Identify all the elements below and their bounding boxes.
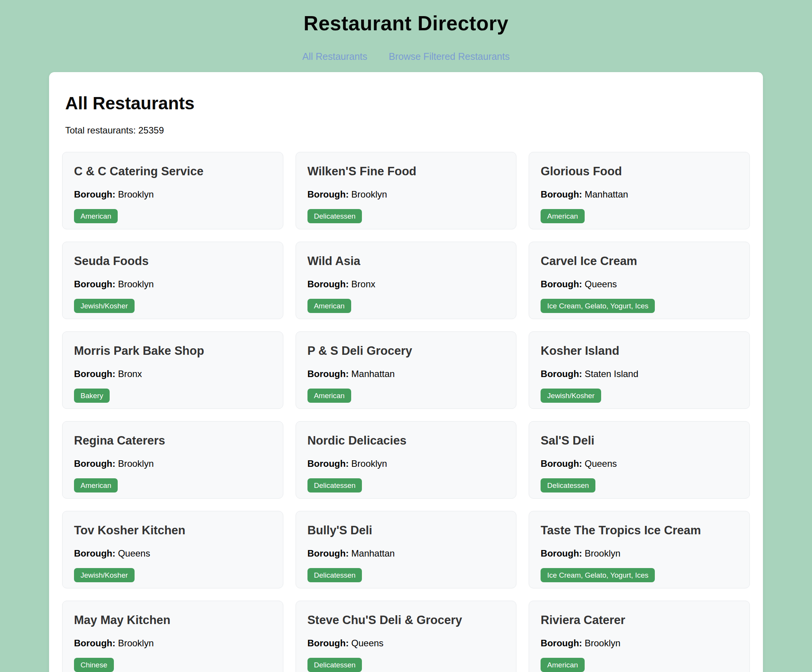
cuisine-badge: American — [307, 388, 351, 403]
borough-value: Queens — [351, 638, 384, 648]
borough-line: Borough: Brooklyn — [541, 548, 738, 559]
borough-value: Bronx — [118, 369, 142, 379]
restaurant-name: Seuda Foods — [74, 254, 271, 268]
cuisine-badge: Ice Cream, Gelato, Yogurt, Ices — [541, 299, 655, 313]
restaurant-name: Carvel Ice Cream — [541, 254, 738, 268]
total-count: Total restaurants: 25359 — [65, 125, 750, 136]
cuisine-badge: Delicatessen — [307, 658, 362, 672]
borough-line: Borough: Brooklyn — [74, 458, 271, 469]
page-title: Restaurant Directory — [0, 12, 812, 35]
restaurant-card: May May Kitchen Borough: Brooklyn Chines… — [62, 601, 283, 672]
restaurant-card: Bully'S Deli Borough: Manhattan Delicate… — [295, 511, 517, 588]
borough-line: Borough: Manhattan — [307, 369, 505, 380]
borough-value: Manhattan — [351, 548, 394, 559]
borough-value: Brooklyn — [118, 458, 154, 469]
restaurant-card: Steve Chu'S Deli & Grocery Borough: Quee… — [295, 601, 517, 672]
borough-line: Borough: Brooklyn — [74, 279, 271, 290]
borough-line: Borough: Staten Island — [541, 369, 738, 380]
restaurant-name: Steve Chu'S Deli & Grocery — [307, 613, 505, 627]
restaurant-name: C & C Catering Service — [74, 164, 271, 178]
restaurant-name: Taste The Tropics Ice Cream — [541, 523, 738, 537]
borough-label: Borough: — [541, 638, 582, 648]
borough-value: Brooklyn — [118, 638, 154, 648]
borough-line: Borough: Brooklyn — [74, 189, 271, 200]
borough-line: Borough: Queens — [541, 279, 738, 290]
cuisine-badge: Delicatessen — [307, 568, 362, 582]
borough-label: Borough: — [307, 279, 349, 289]
borough-label: Borough: — [74, 279, 115, 289]
restaurant-card: Tov Kosher Kitchen Borough: Queens Jewis… — [62, 511, 283, 588]
cuisine-badge: Delicatessen — [307, 209, 362, 223]
restaurant-name: P & S Deli Grocery — [307, 344, 505, 358]
restaurant-card: Kosher Island Borough: Staten Island Jew… — [529, 332, 750, 409]
borough-value: Manhattan — [351, 369, 394, 379]
restaurant-card: Regina Caterers Borough: Brooklyn Americ… — [62, 421, 283, 499]
borough-value: Queens — [118, 548, 150, 559]
borough-label: Borough: — [74, 189, 115, 200]
borough-label: Borough: — [307, 458, 349, 469]
restaurant-card: Riviera Caterer Borough: Brooklyn Americ… — [529, 601, 750, 672]
cuisine-badge: Jewish/Kosher — [74, 299, 135, 313]
restaurant-name: Bully'S Deli — [307, 523, 505, 537]
cuisine-badge: Bakery — [74, 388, 110, 403]
restaurant-card: Sal'S Deli Borough: Queens Delicatessen — [529, 421, 750, 499]
restaurant-card: Morris Park Bake Shop Borough: Bronx Bak… — [62, 332, 283, 409]
cuisine-badge: Jewish/Kosher — [74, 568, 135, 582]
cuisine-badge: Ice Cream, Gelato, Yogurt, Ices — [541, 568, 655, 582]
borough-line: Borough: Queens — [541, 458, 738, 469]
restaurant-card: Wilken'S Fine Food Borough: Brooklyn Del… — [295, 152, 517, 229]
borough-label: Borough: — [541, 458, 582, 469]
restaurant-name: Regina Caterers — [74, 434, 271, 448]
borough-label: Borough: — [307, 638, 349, 648]
restaurant-name: Kosher Island — [541, 344, 738, 358]
borough-label: Borough: — [307, 369, 349, 379]
borough-value: Brooklyn — [351, 189, 387, 200]
restaurant-name: Wild Asia — [307, 254, 505, 268]
borough-line: Borough: Manhattan — [307, 548, 505, 559]
borough-label: Borough: — [74, 638, 115, 648]
borough-label: Borough: — [307, 548, 349, 559]
borough-label: Borough: — [74, 369, 115, 379]
borough-line: Borough: Brooklyn — [74, 638, 271, 649]
borough-value: Staten Island — [585, 369, 638, 379]
borough-value: Queens — [585, 279, 617, 289]
content-panel: All Restaurants Total restaurants: 25359… — [49, 72, 763, 672]
borough-line: Borough: Manhattan — [541, 189, 738, 200]
borough-label: Borough: — [307, 189, 349, 200]
borough-line: Borough: Queens — [307, 638, 505, 649]
cuisine-badge: Jewish/Kosher — [541, 388, 601, 403]
restaurant-name: Riviera Caterer — [541, 613, 738, 627]
borough-line: Borough: Brooklyn — [541, 638, 738, 649]
cuisine-badge: American — [541, 658, 584, 672]
cuisine-badge: American — [541, 209, 584, 223]
restaurant-name: Tov Kosher Kitchen — [74, 523, 271, 537]
restaurant-card: Glorious Food Borough: Manhattan America… — [529, 152, 750, 229]
restaurant-card: Nordic Delicacies Borough: Brooklyn Deli… — [295, 421, 517, 499]
cuisine-badge: American — [307, 299, 351, 313]
restaurant-card: Carvel Ice Cream Borough: Queens Ice Cre… — [529, 242, 750, 319]
section-title: All Restaurants — [65, 93, 750, 113]
borough-label: Borough: — [541, 189, 582, 200]
borough-label: Borough: — [541, 548, 582, 559]
main-nav: All Restaurants Browse Filtered Restaura… — [0, 51, 812, 62]
borough-label: Borough: — [541, 369, 582, 379]
restaurant-name: May May Kitchen — [74, 613, 271, 627]
borough-line: Borough: Queens — [74, 548, 271, 559]
borough-line: Borough: Bronx — [74, 369, 271, 380]
restaurant-name: Sal'S Deli — [541, 434, 738, 448]
restaurant-card: P & S Deli Grocery Borough: Manhattan Am… — [295, 332, 517, 409]
borough-value: Manhattan — [585, 189, 628, 200]
nav-link-browse-filtered[interactable]: Browse Filtered Restaurants — [389, 51, 510, 62]
nav-link-all-restaurants[interactable]: All Restaurants — [302, 51, 368, 62]
borough-line: Borough: Bronx — [307, 279, 505, 290]
borough-value: Queens — [585, 458, 617, 469]
borough-label: Borough: — [74, 458, 115, 469]
borough-label: Borough: — [541, 279, 582, 289]
borough-value: Brooklyn — [118, 189, 154, 200]
restaurant-grid: C & C Catering Service Borough: Brooklyn… — [62, 152, 750, 672]
restaurant-name: Morris Park Bake Shop — [74, 344, 271, 358]
borough-value: Brooklyn — [585, 548, 620, 559]
cuisine-badge: American — [74, 209, 118, 223]
cuisine-badge: Delicatessen — [307, 478, 362, 492]
cuisine-badge: Chinese — [74, 658, 114, 672]
